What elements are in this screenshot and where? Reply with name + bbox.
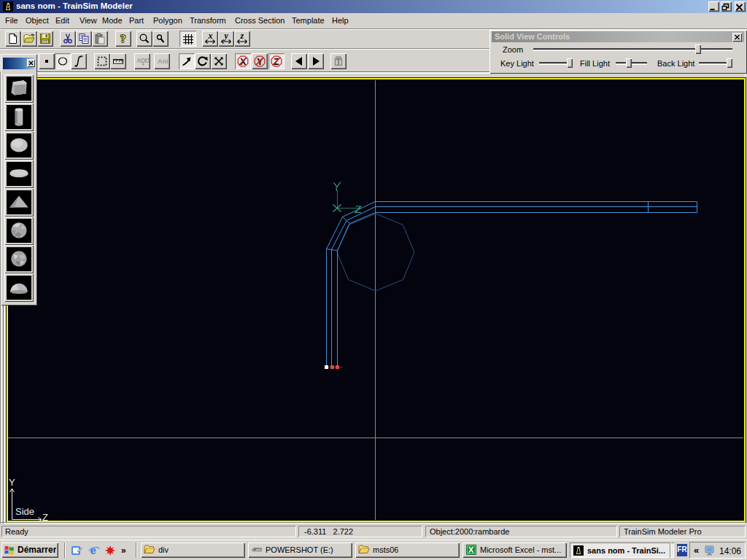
svg-text:ADD: ADD bbox=[137, 57, 150, 64]
svg-text:y: y bbox=[223, 33, 229, 41]
svg-text:x: x bbox=[208, 33, 213, 41]
svg-text:z: z bbox=[240, 33, 244, 41]
svg-text:e: e bbox=[90, 545, 96, 556]
svg-text:?: ? bbox=[120, 33, 126, 44]
svg-text:Ani: Ani bbox=[158, 58, 169, 65]
svg-text:X: X bbox=[468, 545, 474, 554]
